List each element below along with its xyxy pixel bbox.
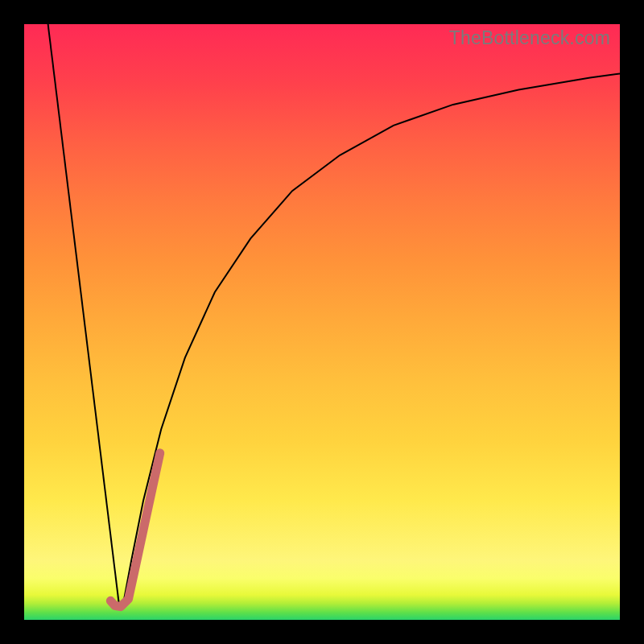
series-line — [48, 24, 120, 608]
chart-svg — [24, 24, 620, 620]
series-line — [122, 73, 620, 608]
chart-frame: TheBottleneck.com — [0, 0, 644, 644]
series-line — [110, 453, 159, 607]
plot-area: TheBottleneck.com — [24, 24, 620, 620]
